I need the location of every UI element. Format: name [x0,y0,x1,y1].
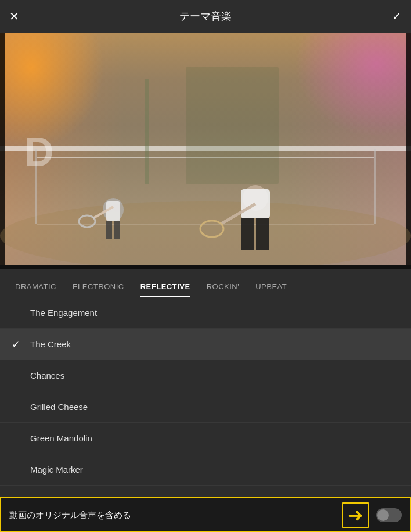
song-item-grilled-cheese[interactable]: Grilled Cheese [0,391,411,423]
footer-right: ➜ [342,502,402,528]
tab-electronic[interactable]: ELECTRONIC [64,282,132,297]
song-item-creek[interactable]: ✓ The Creek [0,329,411,360]
footer-label: 動画のオリジナル音声を含める [9,510,131,521]
svg-text:D: D [24,130,54,175]
svg-rect-3 [374,149,376,224]
song-name-chances: Chances [30,371,64,380]
confirm-button[interactable]: ✓ [392,10,402,22]
arrow-icon: ➜ [348,506,363,524]
music-tabs: DRAMATIC ELECTRONIC REFLECTIVE ROCKIN' U… [0,269,411,297]
original-audio-toggle[interactable] [376,508,402,522]
arrow-highlight: ➜ [342,502,369,528]
page-title: テーマ音楽 [179,9,232,23]
svg-rect-14 [241,218,254,250]
svg-rect-8 [106,221,112,239]
video-figures: D [0,33,411,265]
svg-point-1 [0,201,411,265]
svg-rect-15 [256,218,269,250]
song-check-creek: ✓ [12,338,30,351]
tab-dramatic[interactable]: DRAMATIC [7,282,64,297]
song-item-chances[interactable]: Chances [0,360,411,391]
footer-bar: 動画のオリジナル音声を含める ➜ [0,497,411,532]
section-divider [0,265,411,269]
tab-rockin[interactable]: ROCKIN' [199,282,248,297]
song-name-creek: The Creek [30,339,71,349]
svg-rect-19 [145,79,149,184]
tab-reflective[interactable]: REFLECTIVE [132,282,199,297]
svg-rect-9 [114,221,120,239]
svg-rect-20 [186,67,279,184]
song-name-green-mandolin: Green Mandolin [30,433,92,443]
tab-upbeat[interactable]: UPBEAT [247,282,295,297]
app-header: ✕ テーマ音楽 ✓ [0,0,411,33]
svg-rect-7 [106,201,120,221]
song-name-engagement: The Engagement [30,308,97,318]
song-name-magic-marker: Magic Marker [30,465,83,475]
close-button[interactable]: ✕ [9,10,19,22]
song-name-grilled-cheese: Grilled Cheese [30,402,88,412]
song-item-magic-marker[interactable]: Magic Marker [0,454,411,486]
song-list: The Engagement ✓ The Creek Chances Grill… [0,297,411,517]
song-item-green-mandolin[interactable]: Green Mandolin [0,423,411,454]
video-preview: D [0,33,411,265]
song-item-engagement[interactable]: The Engagement [0,297,411,329]
toggle-thumb [377,509,389,521]
